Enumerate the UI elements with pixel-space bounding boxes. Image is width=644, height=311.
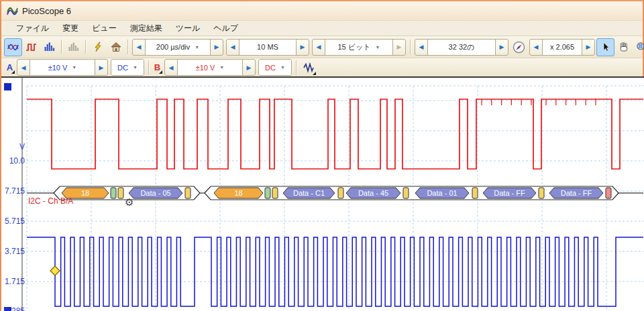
i2c-bit-ack [539,188,544,198]
i2c-packet-label: 18 [234,189,242,197]
channel-b-menu-button[interactable]: B [152,61,163,74]
i2c-packet-label: Data - 01 [427,189,457,197]
menu-views[interactable]: ビュー [85,21,123,36]
toolbar-separator [410,40,411,54]
main-toolbar: ◀ 200 µs/div▼ ▶ ◀ 10 MS ▶ ◀ 15 ビット▼ ▶ ◀ … [1,36,643,58]
home-button[interactable] [107,38,125,56]
magnifier-window-icon [636,42,644,53]
histogram-icon [44,42,55,53]
channel-b-range-up-button[interactable]: ▶ [243,60,255,75]
channel-a-range-up-button[interactable]: ▶ [95,60,107,75]
compass-icon [513,41,525,54]
timebase-select[interactable]: 200 µs/div▼ [145,40,211,55]
channel-b-range-select[interactable]: ±10 V▼ [177,60,243,75]
zoom-in-step-button[interactable]: ▶ [582,40,594,55]
chevron-down-icon: ▼ [195,45,199,50]
chevron-down-icon: ▼ [219,65,224,70]
i2c-packet-label: Data - 45 [358,189,388,197]
channel-b-range-group: ◀ ±10 V▼ ▶ [164,59,256,76]
menu-tools[interactable]: ツール [169,21,207,36]
decoder-label: I2C - Ch B/A [28,196,73,206]
channel-a-menu-button[interactable]: A [4,61,15,74]
axis-label: 5.715 [5,216,25,226]
picoscope-window: PicoScope 6 ファイル 変更 ビュー 測定結果 ツール ヘルプ [0,0,644,311]
channel-toolbar: A ◀ ±10 V▼ ▶ DC▼ B ◀ ±10 V▼ ▶ DC▼ [1,58,643,77]
zoom-box-tool-button[interactable] [633,38,644,56]
hand-icon [619,42,629,52]
toolbar-separator [61,40,62,54]
trigger-button[interactable] [89,38,107,56]
i2c-bit-ack [403,188,409,198]
persistence-view-button[interactable] [64,38,83,56]
i2c-bit-ack [338,188,343,198]
chevron-down-icon: ▼ [376,45,380,50]
i2c-bit-ack [472,188,478,198]
zoom-factor-field[interactable]: x 2.065 [542,40,582,55]
channel-a-coupling-group: DC▼ [111,59,144,76]
buffer-overview-button[interactable] [510,38,528,56]
buffer-position-field[interactable]: 32 32の [427,40,496,55]
window-title: PicoScope 6 [22,6,71,16]
resolution-select[interactable]: 15 ビット▼ [325,40,393,55]
toolbar-separator [296,60,297,75]
i2c-packet-label: Data - C1 [293,189,325,197]
channel-a-range-group: ◀ ±10 V▼ ▶ [17,59,108,76]
decoder-settings-gear-icon[interactable]: ⚙ [125,196,133,208]
pointer-tool-button[interactable] [596,38,614,56]
i2c-packet-label: Data - 05 [140,189,170,197]
channel-b-coupling-select[interactable]: DC▼ [259,60,291,75]
lightning-icon [93,42,103,52]
app-logo-icon [7,5,18,17]
axis-label: V [19,142,25,151]
menu-file[interactable]: ファイル [9,21,56,36]
channel-a-range-select[interactable]: ±10 V▼ [30,60,95,75]
channel-a-axis-marker[interactable] [4,83,11,90]
waveform-channel-b-sda [27,99,643,169]
samples-group: ◀ 10 MS ▶ [226,39,309,56]
home-icon [111,42,121,52]
timebase-group: ◀ 200 µs/div▼ ▶ [132,39,223,56]
pan-tool-button[interactable] [614,38,633,56]
zoom-out-step-button[interactable]: ◀ [530,40,542,55]
spectrum-view-button[interactable] [40,38,58,56]
square-wave-view-button[interactable] [22,38,40,56]
axis-label: 7.715 [5,186,25,196]
channel-b-coupling-group: DC▼ [258,59,292,76]
buffer-prev-button[interactable]: ◀ [415,40,427,55]
chevron-down-icon: ▼ [280,65,285,70]
samples-field[interactable]: 10 MS [239,40,297,55]
timebase-next-button[interactable]: ▶ [211,40,223,55]
trigger-marker-diamond[interactable] [50,266,60,275]
scope-plot[interactable]: 18Data - 0518Data - C1Data - 45Data - 01… [1,76,644,311]
channel-a-range-down-button[interactable]: ◀ [17,60,30,75]
buffer-next-button[interactable]: ▶ [496,40,508,55]
toolbar-separator [85,40,86,54]
channel-a-coupling-select[interactable]: DC▼ [111,60,144,75]
resolution-down-button[interactable]: ◀ [313,40,325,55]
i2c-packet-label: Data - FF [494,189,525,197]
i2c-bit-start [265,188,270,198]
i2c-packet-label: 18 [81,189,89,197]
i2c-bit-nak [606,188,611,198]
signal-generator-button[interactable] [299,58,317,76]
channel-b-range-down-button[interactable]: ◀ [165,60,177,75]
samples-decrease-button[interactable]: ◀ [227,40,239,55]
menu-measurements[interactable]: 測定結果 [123,21,169,36]
axis-label: -0.285 [2,306,25,311]
toolbar-separator [148,60,149,75]
menu-help[interactable]: ヘルプ [207,21,245,36]
zoom-factor-group: ◀ x 2.065 ▶ [529,39,595,56]
timebase-prev-button[interactable]: ◀ [133,40,145,55]
axis-label: 1.715 [5,277,25,286]
resolution-up-button-disabled: ▶ [393,40,405,55]
waveform-channel-a-scl [27,237,643,306]
menu-edit[interactable]: 変更 [56,21,85,36]
i2c-bit-ack [118,188,123,198]
toolbar-separator [127,40,128,54]
menu-bar: ファイル 変更 ビュー 測定結果 ツール ヘルプ [1,21,643,36]
square-wave-icon [25,42,37,53]
i2c-packet-label: Data - FF [561,189,592,197]
buffer-nav-group: ◀ 32 32の ▶ [415,39,508,56]
scope-view-button[interactable] [4,38,22,56]
samples-increase-button[interactable]: ▶ [297,40,309,55]
